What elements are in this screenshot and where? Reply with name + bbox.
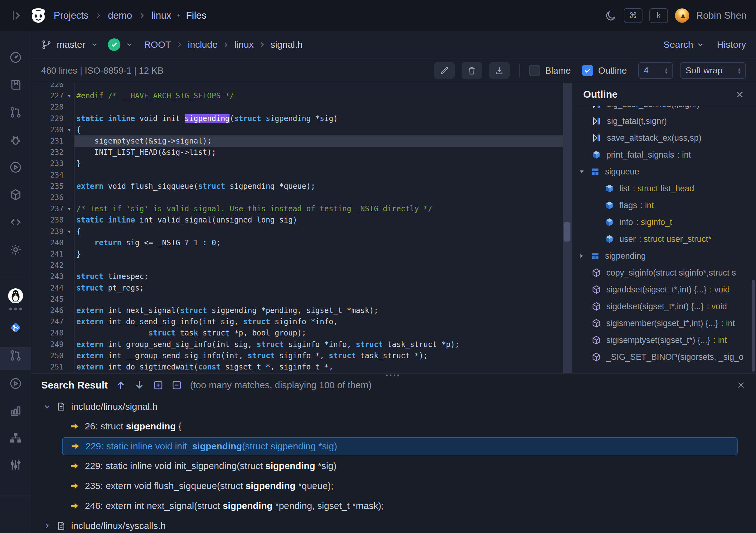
code-icon[interactable] [9,215,22,229]
search-match-row[interactable]: 246: extern int next_signal(struct sigpe… [31,497,756,515]
code-line[interactable]: 236 [31,192,563,204]
pull-request-icon[interactable] [9,105,22,119]
edit-button[interactable] [434,62,455,79]
fold-toggle-icon[interactable]: ▾ [65,124,74,136]
line-number[interactable]: 232 [31,147,64,158]
outline-item[interactable]: sigisemptyset(sigset_t*) {...} : int [572,332,756,349]
play-icon[interactable] [9,160,22,174]
chevron-collapsed-icon[interactable] [578,253,585,259]
outline-item[interactable]: print_fatal_signals : int [572,146,756,163]
outline-scrollbar-thumb[interactable] [752,280,755,372]
breadcrumb-linux[interactable]: linux [151,10,172,21]
code-line[interactable]: 231 sigemptyset(&sig->signal); [31,135,563,147]
history-link[interactable]: History [717,39,746,50]
code-line[interactable]: 227▾#endif /* __HAVE_ARCH_SIG_SETOPS */ [31,90,563,102]
code-line[interactable]: 233} [31,158,563,169]
line-number[interactable]: 236 [31,192,64,204]
breadcrumb-demo[interactable]: demo [108,10,132,21]
search-file-group[interactable]: include/linux/syscalls.h [31,517,756,533]
collapse-all-icon[interactable] [171,379,182,391]
line-number[interactable]: 227 [31,90,64,102]
line-number[interactable]: 234 [31,169,64,181]
search-match-row[interactable]: 229: static inline void init_sigpending(… [31,457,756,475]
line-number[interactable]: 246 [31,305,64,317]
breadcrumb-projects[interactable]: Projects [54,10,89,21]
outline-item[interactable]: save_altstack_ex(uss,sp) [572,129,756,146]
code-line[interactable]: 238static inline int valid_signal(unsign… [31,214,563,226]
search-match-row[interactable]: 235: extern void flush_sigqueue(struct s… [31,477,756,495]
line-number[interactable]: 238 [31,214,64,226]
outline-item[interactable]: sigqueue [572,163,756,180]
search-match-row[interactable]: 26: struct sigpending { [31,417,756,435]
outline-item[interactable]: sigaddset(sigset_t*,int) {...} : void [572,281,756,298]
outline-item[interactable]: user : struct user_struct* [572,231,756,247]
code-line[interactable]: 230▾{ [31,124,563,136]
sidebar-collapse-icon[interactable] [9,9,23,22]
branch-selector[interactable]: master [57,39,86,50]
outline-label[interactable]: Outline [598,66,627,76]
chevron-down-icon[interactable] [43,403,51,411]
code-line[interactable]: 249extern int group_send_sig_info(int si… [31,339,563,351]
code-line[interactable]: 234 [31,169,563,181]
code-line[interactable]: 228 [31,101,563,113]
delete-button[interactable] [462,62,482,79]
code-line[interactable]: 235extern void flush_sigqueue(struct sig… [31,181,563,192]
line-number[interactable]: 242 [31,260,64,271]
path-include[interactable]: include [188,39,217,50]
code-line[interactable]: 247extern int do_send_sig_info(int sig, … [31,316,563,328]
files-icon[interactable] [8,320,24,336]
outline-item[interactable]: sigdelset(sigset_t*,int) {...} : void [572,298,756,315]
fold-toggle-icon[interactable]: ▾ [65,90,74,102]
line-number[interactable]: 248 [31,327,64,339]
code-line[interactable]: 251extern int do_sigtimedwait(const sigs… [31,361,563,373]
project-avatar-tux-icon[interactable] [8,288,23,304]
wrap-mode-select[interactable]: Soft wrap▴▾ [680,62,746,79]
line-number[interactable]: 241 [31,248,64,260]
more-options-dots[interactable] [9,308,22,311]
build-status-check-icon[interactable] [108,39,121,51]
path-linux[interactable]: linux [234,39,254,50]
user-name[interactable]: Robin Shen [696,10,747,21]
dark-mode-moon-icon[interactable] [605,10,617,21]
outline-item[interactable]: _SIG_SET_BINOP(sigorsets, _sig_o [572,349,756,365]
hierarchy-icon[interactable] [9,431,22,445]
code-line[interactable]: 241} [31,248,563,260]
play-icon[interactable] [9,377,22,390]
repository-icon[interactable] [9,78,22,92]
outline-item[interactable]: flags : int [572,197,756,214]
line-number[interactable]: 240 [31,237,64,249]
line-number[interactable]: 251 [31,361,64,373]
package-icon[interactable] [9,188,22,202]
tab-size-select[interactable]: 4▴▾ [638,62,673,79]
chevron-expanded-icon[interactable] [578,169,585,175]
chevron-down-icon[interactable] [125,41,133,49]
line-number[interactable]: 235 [31,181,64,192]
outline-checkbox[interactable] [582,65,593,76]
line-number[interactable]: 226 [31,83,64,91]
next-match-icon[interactable] [134,379,145,391]
search-match-row[interactable]: 229: static inline void init_sigpending(… [62,437,738,455]
code-line[interactable]: 250extern int __group_send_sig_info(int,… [31,350,563,362]
blame-checkbox[interactable] [529,65,540,76]
download-button[interactable] [489,62,510,79]
settings-icon[interactable] [9,243,22,257]
code-editor[interactable]: 226227▾#endif /* __HAVE_ARCH_SIG_SETOPS … [31,83,563,373]
outline-item[interactable]: copy_siginfo(struct siginfo*,struct s [572,264,756,281]
outline-close-icon[interactable] [735,90,745,99]
bug-icon[interactable] [9,133,22,147]
code-line[interactable]: 232 INIT_LIST_HEAD(&sig->list); [31,147,563,158]
line-number[interactable]: 250 [31,350,64,362]
sliders-icon[interactable] [9,458,22,472]
code-line[interactable]: 248 struct task_struct *p, bool group); [31,327,563,339]
search-result-close-icon[interactable] [736,380,746,390]
dashboard-icon[interactable] [9,50,22,64]
code-line[interactable]: 237▾/* Test if 'sig' is valid signal. Us… [31,203,563,215]
expand-all-icon[interactable] [152,379,164,391]
chart-icon[interactable] [9,403,22,417]
blame-label[interactable]: Blame [545,66,571,76]
line-number[interactable]: 231 [31,135,64,147]
code-line[interactable]: 239▾{ [31,226,563,238]
code-line[interactable]: 246extern int next_signal(struct sigpend… [31,305,563,317]
outline-item[interactable]: sig_fatal(t,signr) [572,113,756,129]
code-line[interactable]: 245 [31,294,563,305]
